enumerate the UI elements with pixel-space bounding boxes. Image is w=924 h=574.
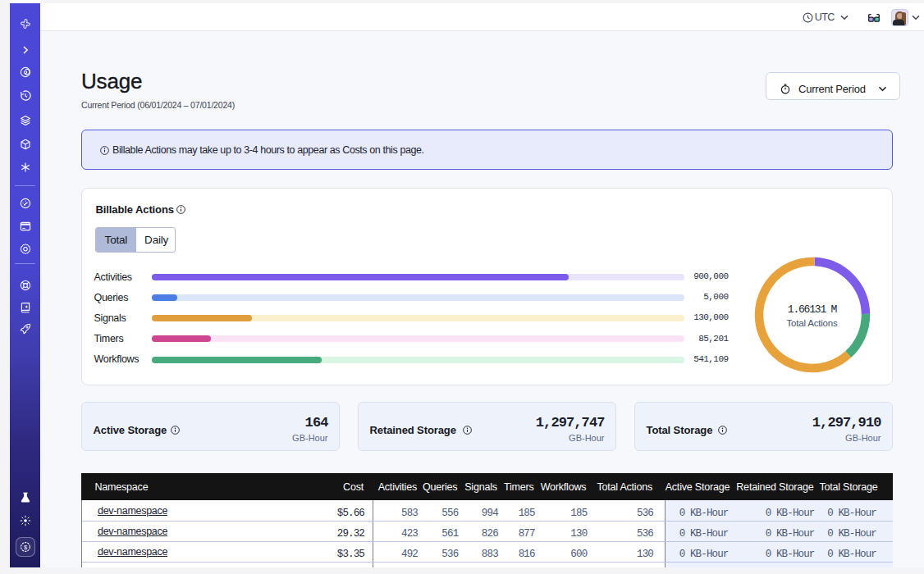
svg-text:$: $ (23, 543, 27, 550)
